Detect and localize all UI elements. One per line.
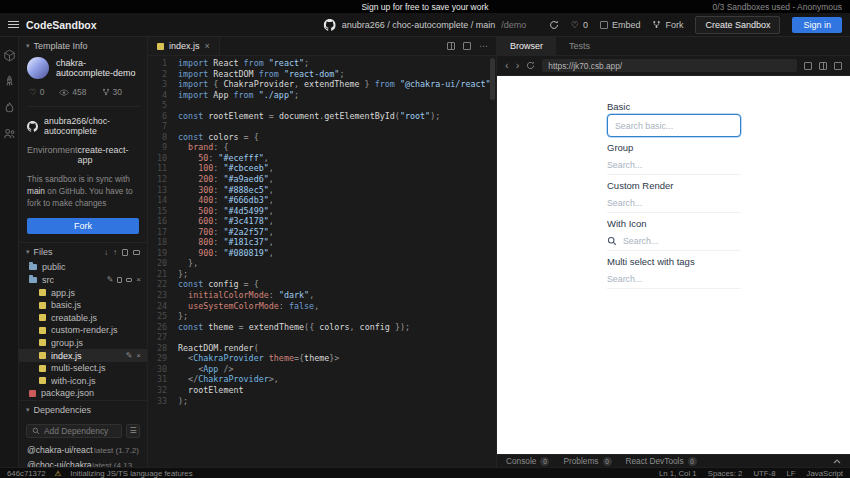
file-item-multi-select-js[interactable]: multi-select.js [19,362,147,375]
code-line-3[interactable]: 3import { ChakraProvider, extendTheme } … [148,79,496,90]
code-line-23[interactable]: 23 initialColorMode: "dark", [148,290,496,301]
console-item-problems[interactable]: Problems0 [563,456,611,466]
edit-icon[interactable]: ✎ [126,351,133,360]
code-line-6[interactable]: 6const rootElement = document.getElement… [148,111,496,122]
code-line-4[interactable]: 4import App from "./app"; [148,90,496,101]
brand[interactable]: CodeSandbox [8,19,97,31]
repo-page[interactable]: /demo [501,20,526,30]
code-line-22[interactable]: 22const config = { [148,279,496,290]
code-line-12[interactable]: 12 200: "#a9aed6", [148,174,496,185]
file-item-src[interactable]: src✎× [19,274,147,287]
add-dependency-input[interactable] [44,426,116,436]
repo-path[interactable]: anubra266 / choc-autocomplete / main [342,20,496,30]
close-icon[interactable]: × [205,41,210,51]
sync-note-branch[interactable]: main [27,186,45,196]
dependency-row[interactable]: @choc-ui/chakra-autoc...latest (4.13... [19,458,147,467]
code-line-24[interactable]: 24 useSystemColorMode: false, [148,301,496,312]
signup-message[interactable]: Sign up for free to save your work [361,2,488,12]
github-repo-link[interactable]: anubra266/choc-autocomplete [27,116,139,136]
code-line-27[interactable]: 27 [148,332,496,343]
file-item-index-js[interactable]: index.js✎× [19,349,147,362]
rocket-deploy-icon[interactable] [3,75,16,88]
console-expand-icon[interactable] [833,459,841,464]
editor-scrollbar[interactable] [490,58,495,100]
code-line-2[interactable]: 2import ReactDOM from "react-dom"; [148,69,496,80]
status-item[interactable]: Spaces: 2 [708,469,743,478]
search-input[interactable] [607,274,741,284]
more-options-icon[interactable]: ⋯ [479,41,488,51]
template-info-header[interactable]: ▾ Template Info [19,37,147,55]
menu-icon[interactable] [8,21,19,28]
demo-input-with-icon[interactable] [607,231,741,251]
dependency-row[interactable]: @chakra-ui/reactlatest (1.7.2) [19,443,147,458]
code-line-31[interactable]: 31 </ChakraProvider>, [148,374,496,385]
code-line-7[interactable]: 7 [148,121,496,132]
tab-index-js[interactable]: index.js × [148,37,220,55]
code-line-20[interactable]: 20 }, [148,258,496,269]
file-item-app-js[interactable]: app.js [19,286,147,299]
new-folder-icon[interactable] [133,250,140,255]
close-icon[interactable]: × [136,351,141,360]
code-line-11[interactable]: 11 100: "#cbceeb", [148,163,496,174]
file-item-creatable-js[interactable]: creatable.js [19,311,147,324]
close-icon[interactable]: × [136,275,141,284]
code-line-30[interactable]: 30 <App /> [148,364,496,375]
refresh-icon[interactable] [549,20,559,30]
live-users-icon[interactable] [3,127,16,140]
code-line-17[interactable]: 17 700: "#2a2f57", [148,227,496,238]
demo-input-custom-render[interactable] [607,193,741,213]
forward-icon[interactable]: › [516,60,520,71]
open-external-icon[interactable] [804,62,812,70]
code-line-14[interactable]: 14 400: "#666db3", [148,195,496,206]
code-line-28[interactable]: 28ReactDOM.render( [148,343,496,354]
download-icon[interactable]: ↓ [104,248,108,257]
back-icon[interactable]: ‹ [505,60,509,71]
responsive-mode-icon[interactable] [834,62,842,70]
code-line-5[interactable]: 5 [148,100,496,111]
file-item-group-js[interactable]: group.js [19,337,147,350]
sign-in-button[interactable]: Sign in [792,17,842,33]
console-item-react-devtools[interactable]: React DevTools0 [626,456,697,466]
search-input[interactable] [607,160,741,170]
code-line-19[interactable]: 19 900: "#080819", [148,248,496,259]
code-line-25[interactable]: 25}; [148,311,496,322]
code-line-18[interactable]: 18 800: "#181c37", [148,237,496,248]
search-input[interactable] [623,236,741,246]
status-item[interactable]: JavaScript [807,469,843,478]
console-item-console[interactable]: Console0 [506,456,549,466]
dependency-menu-button[interactable]: ☰ [126,424,140,438]
demo-input-group[interactable] [607,155,741,175]
code-line-8[interactable]: 8const colors = { [148,132,496,143]
code-line-21[interactable]: 21}; [148,269,496,280]
code-line-1[interactable]: 1import React from "react"; [148,58,496,69]
code-line-33[interactable]: 33); [148,396,496,407]
code-line-9[interactable]: 9 brand: { [148,142,496,153]
sandbox-title[interactable]: chakra-autocomplete-demo [56,58,139,78]
file-item-package-json[interactable]: package.json [19,387,147,400]
code-line-26[interactable]: 26const theme = extendTheme({ colors, co… [148,322,496,333]
code-line-15[interactable]: 15 500: "#4d5499", [148,206,496,217]
like-button[interactable]: ♡ 0 [571,20,588,30]
url-bar[interactable]: https://jk70.csb.app/ [542,59,797,72]
code-line-29[interactable]: 29 <ChakraProvider theme={theme}> [148,353,496,364]
new-file-icon[interactable] [122,249,128,256]
split-editor-icon[interactable] [447,42,455,50]
fork-button-header[interactable]: Fork [652,20,683,30]
flame-icon[interactable] [3,101,16,114]
code-line-32[interactable]: 32 rootElement [148,385,496,396]
fork-button[interactable]: Fork [27,218,139,234]
demo-input-multi-select-with-tags[interactable] [607,269,741,289]
status-item[interactable]: LF [786,469,795,478]
grid-view-icon[interactable] [463,42,471,50]
file-item-with-icon-js[interactable]: with-icon.js [19,374,147,387]
tab-tests[interactable]: Tests [556,37,603,55]
create-sandbox-button[interactable]: Create Sandbox [695,16,780,34]
file-item-public[interactable]: public [19,261,147,274]
demo-input-basic[interactable] [607,114,741,137]
refresh-icon[interactable] [526,61,535,70]
embed-button[interactable]: Embed [600,20,641,30]
breadcrumb[interactable]: anubra266 / choc-autocomplete / main /de… [324,19,527,31]
new-file-icon[interactable] [117,277,122,283]
code-line-10[interactable]: 10 50: "#ecefff", [148,153,496,164]
code-line-13[interactable]: 13 300: "#888ec5", [148,185,496,196]
